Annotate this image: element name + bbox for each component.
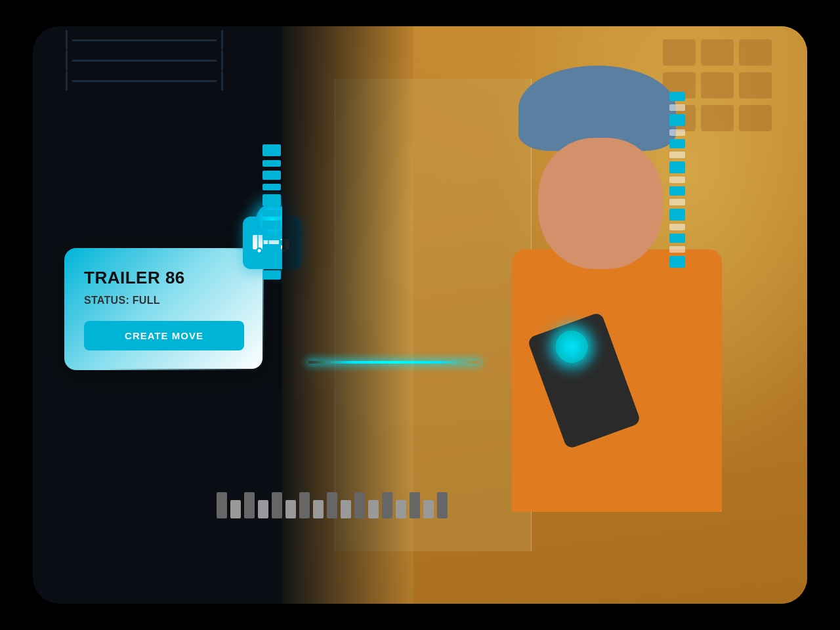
laser-scan-line [308, 361, 479, 364]
barcode-bottom [217, 492, 448, 518]
barcode-bottom-block [299, 492, 310, 518]
barcode-bottom-block [244, 492, 255, 518]
barcode-block [262, 194, 281, 206]
barcode-center-block [669, 224, 685, 230]
scanner-light [551, 326, 593, 368]
barcode-block [262, 270, 281, 280]
shelf-box [701, 105, 734, 131]
info-card: TRAILER 86 STATUS: FULL CREATE MOVE [66, 249, 262, 369]
barcode-bottom-block [217, 492, 227, 518]
shelf-line-2 [72, 60, 217, 62]
barcode-block [262, 210, 281, 217]
shelf-box [701, 72, 734, 98]
barcode-bottom-block [354, 492, 365, 518]
shelf-box [663, 39, 696, 66]
create-move-button[interactable]: CREATE MOVE [84, 321, 244, 350]
trailer-title: TRAILER 86 [84, 268, 244, 288]
barcode-bottom-block [313, 500, 324, 518]
barcode-bottom-block [272, 492, 282, 518]
barcode-bottom-block [285, 500, 296, 518]
barcode-bottom-block [230, 500, 241, 518]
shelf-line-3 [72, 80, 217, 82]
barcode-block [262, 260, 281, 266]
barcode-bottom-block [423, 500, 434, 518]
barcode-block [262, 244, 281, 256]
barcode-strip-left [262, 144, 281, 280]
barcode-block [262, 184, 281, 190]
shelf-box [739, 72, 772, 98]
barcode-block [262, 171, 281, 180]
barcode-center [669, 92, 685, 268]
barcode-center-block [669, 152, 685, 158]
barcode-center-block [669, 177, 685, 183]
barcode-center-block [669, 199, 685, 205]
barcode-center-block [669, 139, 685, 148]
barcode-block [262, 144, 281, 156]
barcode-block [262, 234, 281, 240]
shelf-box [739, 39, 772, 66]
barcode-bottom-block [410, 492, 420, 518]
barcode-bottom-block [327, 492, 337, 518]
status-text: STATUS: FULL [84, 295, 244, 306]
barcode-center-block [669, 129, 685, 136]
barcode-center-block [669, 209, 685, 220]
svg-point-4 [258, 249, 261, 253]
shelf-box [701, 39, 734, 66]
barcode-bottom-block [368, 500, 379, 518]
barcode-center-block [669, 234, 685, 243]
main-container: TRAILER 86 STATUS: FULL CREATE MOVE [33, 26, 807, 604]
barcode-block [262, 160, 281, 167]
barcode-bottom-block [341, 500, 351, 518]
shelf-box [739, 105, 772, 131]
barcode-bottom-block [258, 500, 268, 518]
barcode-center-block [669, 256, 685, 268]
barcode-center-block [669, 246, 685, 253]
barcode-center-block [669, 104, 685, 111]
shelf-row-1 [663, 39, 794, 66]
face-shape [538, 138, 663, 269]
barcode-center-block [669, 92, 685, 101]
shelf-decoration [72, 39, 203, 144]
barcode-center-block [669, 161, 685, 173]
shelf-line-1 [72, 39, 217, 41]
barcode-center-block [669, 114, 685, 126]
barcode-bottom-block [437, 492, 448, 518]
barcode-bottom-block [382, 492, 392, 518]
barcode-block [262, 220, 281, 230]
barcode-bottom-block [396, 500, 406, 518]
barcode-center-block [669, 186, 685, 196]
